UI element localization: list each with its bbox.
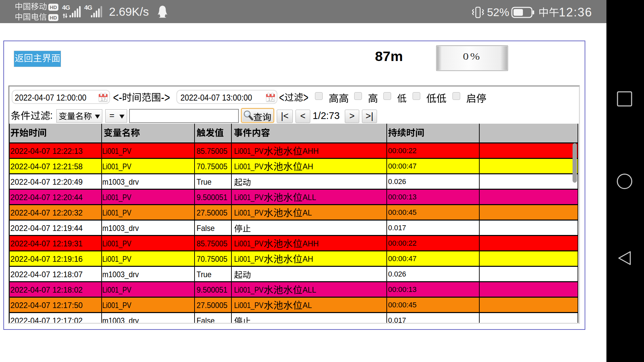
svg-text:17: 17	[101, 97, 106, 102]
svg-text:17: 17	[268, 97, 273, 102]
